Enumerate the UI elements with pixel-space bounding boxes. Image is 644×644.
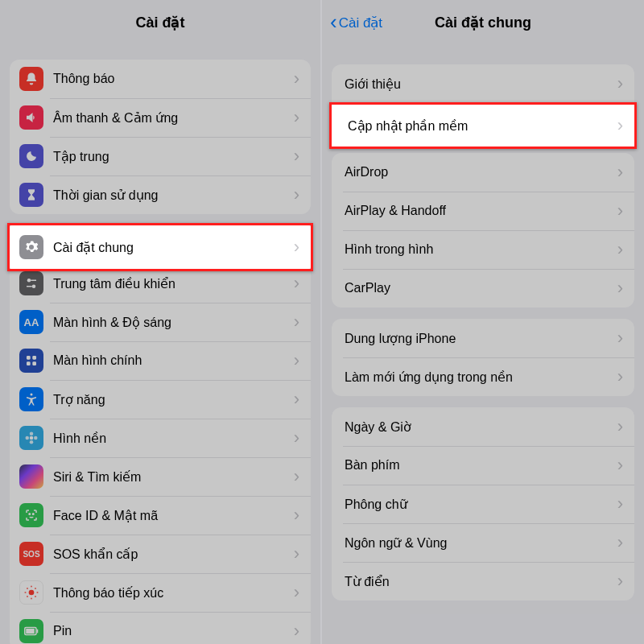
svg-rect-3 bbox=[27, 286, 32, 287]
svg-point-12 bbox=[26, 436, 30, 440]
svg-point-11 bbox=[30, 440, 34, 444]
row-label: Bàn phím bbox=[345, 458, 617, 473]
row-keyboard[interactable]: Bàn phím› bbox=[332, 446, 634, 485]
chevron-right-icon: › bbox=[294, 146, 311, 167]
row-label: Cài đặt chung bbox=[53, 240, 294, 255]
row-background-refresh[interactable]: Làm mới ứng dụng trong nền› bbox=[332, 357, 634, 396]
row-language[interactable]: Ngôn ngữ & Vùng› bbox=[332, 523, 634, 562]
svg-point-21 bbox=[27, 588, 28, 589]
row-fonts[interactable]: Phông chữ› bbox=[332, 485, 634, 523]
row-airdrop[interactable]: AirDrop› bbox=[332, 153, 634, 192]
row-label: Giới thiệu bbox=[345, 76, 617, 92]
row-airplay[interactable]: AirPlay & Handoff› bbox=[332, 192, 634, 230]
chevron-right-icon: › bbox=[294, 350, 311, 371]
row-label: Hình trong hình bbox=[345, 242, 617, 257]
row-wallpaper[interactable]: Hình nền › bbox=[10, 419, 311, 457]
chevron-right-icon: › bbox=[617, 366, 634, 387]
svg-point-16 bbox=[29, 590, 35, 596]
chevron-right-icon: › bbox=[617, 162, 634, 183]
row-label: Tập trung bbox=[53, 149, 294, 164]
row-screen-time[interactable]: Thời gian sử dụng › bbox=[10, 175, 311, 214]
svg-point-9 bbox=[30, 436, 34, 440]
settings-group: Dung lượng iPhone› Làm mới ứng dụng tron… bbox=[332, 319, 634, 396]
text-size-icon: AA bbox=[19, 310, 43, 334]
row-label: Thông báo bbox=[53, 72, 294, 86]
row-battery[interactable]: Pin › bbox=[10, 612, 311, 644]
row-control-center[interactable]: Trung tâm điều khiển › bbox=[10, 264, 311, 303]
row-siri[interactable]: Siri & Tìm kiếm › bbox=[10, 457, 311, 496]
row-date-time[interactable]: Ngày & Giờ› bbox=[332, 407, 634, 446]
sos-icon: SOS bbox=[19, 542, 43, 566]
siri-icon bbox=[19, 464, 43, 489]
row-about[interactable]: Giới thiệu › bbox=[332, 64, 634, 103]
svg-point-18 bbox=[31, 597, 32, 599]
row-label: Màn hình & Độ sáng bbox=[53, 315, 294, 330]
svg-point-8 bbox=[31, 394, 33, 396]
back-button[interactable]: ‹ Cài đặt bbox=[330, 0, 382, 45]
svg-point-23 bbox=[27, 596, 28, 597]
row-notifications[interactable]: Thông báo › bbox=[10, 60, 311, 98]
hourglass-icon bbox=[19, 183, 43, 207]
row-label: Từ điển bbox=[345, 574, 617, 589]
svg-rect-5 bbox=[32, 356, 36, 360]
svg-point-20 bbox=[36, 592, 38, 593]
row-home-screen[interactable]: Màn hình chính › bbox=[10, 341, 311, 380]
chevron-right-icon: › bbox=[617, 455, 634, 476]
row-exposure[interactable]: Thông báo tiếp xúc › bbox=[10, 573, 311, 612]
row-dictionary[interactable]: Từ điển› bbox=[332, 562, 634, 601]
row-display[interactable]: AA Màn hình & Độ sáng › bbox=[10, 303, 311, 341]
row-label: Thông báo tiếp xúc bbox=[53, 585, 294, 601]
battery-icon bbox=[19, 619, 43, 643]
svg-point-19 bbox=[24, 592, 26, 593]
row-faceid[interactable]: Face ID & Mật mã › bbox=[10, 496, 311, 535]
chevron-right-icon: › bbox=[617, 328, 634, 349]
chevron-right-icon: › bbox=[294, 389, 311, 410]
row-label: Màn hình chính bbox=[53, 353, 294, 368]
row-label: Siri & Tìm kiếm bbox=[53, 469, 294, 485]
chevron-right-icon: › bbox=[617, 200, 634, 221]
row-label: Trợ năng bbox=[53, 392, 294, 407]
moon-icon bbox=[19, 144, 43, 168]
chevron-right-icon: › bbox=[617, 239, 634, 260]
row-carplay[interactable]: CarPlay› bbox=[332, 269, 634, 308]
chevron-right-icon: › bbox=[294, 312, 311, 332]
row-software-update-highlighted[interactable]: Cập nhật phần mềm › bbox=[332, 105, 634, 147]
row-label: CarPlay bbox=[345, 281, 617, 295]
row-general-highlighted[interactable]: Cài đặt chung › bbox=[10, 225, 311, 269]
row-pip[interactable]: Hình trong hình› bbox=[332, 230, 634, 269]
chevron-right-icon: › bbox=[294, 68, 311, 89]
svg-point-13 bbox=[34, 436, 38, 440]
chevron-right-icon: › bbox=[294, 237, 311, 258]
row-label: SOS khẩn cấp bbox=[53, 547, 294, 562]
row-sounds[interactable]: Âm thanh & Cảm ứng › bbox=[10, 98, 311, 137]
svg-point-14 bbox=[29, 514, 31, 515]
row-accessibility[interactable]: Trợ năng › bbox=[10, 380, 311, 419]
speaker-icon bbox=[19, 105, 43, 130]
row-label: Dung lượng iPhone bbox=[345, 331, 617, 346]
page-title: Cài đặt chung bbox=[435, 14, 531, 31]
row-label: Ngày & Giờ bbox=[345, 419, 617, 435]
chevron-left-icon: ‹ bbox=[330, 11, 337, 32]
chevron-right-icon: › bbox=[294, 621, 311, 642]
row-label: Pin bbox=[53, 624, 294, 638]
chevron-right-icon: › bbox=[294, 107, 311, 128]
face-id-icon bbox=[19, 503, 43, 527]
row-label: AirDrop bbox=[345, 165, 617, 180]
svg-rect-6 bbox=[27, 361, 31, 365]
chevron-right-icon: › bbox=[617, 493, 634, 514]
svg-rect-27 bbox=[26, 629, 35, 634]
row-storage[interactable]: Dung lượng iPhone› bbox=[332, 319, 634, 357]
chevron-right-icon: › bbox=[294, 184, 311, 205]
svg-point-22 bbox=[35, 588, 36, 589]
row-focus[interactable]: Tập trung › bbox=[10, 137, 311, 175]
settings-group: Cài đặt chung › Trung tâm điều khiển › A… bbox=[10, 225, 311, 644]
row-sos[interactable]: SOS SOS khẩn cấp › bbox=[10, 535, 311, 573]
grid-icon bbox=[19, 349, 43, 373]
row-label: Trung tâm điều khiển bbox=[53, 276, 294, 291]
settings-group: Thông báo › Âm thanh & Cảm ứng › Tập tru… bbox=[10, 60, 311, 214]
chevron-right-icon: › bbox=[294, 273, 311, 294]
svg-point-17 bbox=[31, 585, 32, 587]
sliders-icon bbox=[19, 271, 43, 295]
svg-point-0 bbox=[27, 279, 31, 283]
settings-pane-left: Cài đặt Thông báo › Âm thanh & Cảm ứng ›… bbox=[0, 0, 322, 644]
